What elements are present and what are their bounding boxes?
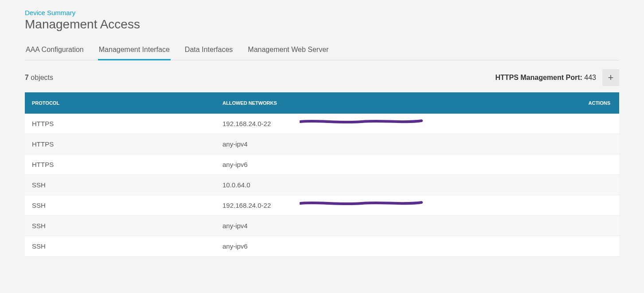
table-row[interactable]: HTTPS192.168.24.0-22 [25, 114, 619, 134]
object-count-suffix: objects [29, 74, 53, 81]
cell-protocol: SSH [25, 195, 215, 215]
cell-network: any-ipv4 [215, 216, 577, 236]
plus-icon: + [608, 72, 614, 83]
redaction-annotation [300, 117, 424, 126]
table-row[interactable]: HTTPSany-ipv4 [25, 134, 619, 154]
table-header: PROTOCOL ALLOWED NETWORKS ACTIONS [25, 92, 619, 114]
col-header-networks[interactable]: ALLOWED NETWORKS [215, 92, 577, 114]
cell-network: 10.0.64.0 [215, 175, 577, 195]
cell-actions [577, 195, 619, 215]
cell-protocol: HTTPS [25, 134, 215, 154]
tab-data-interfaces[interactable]: Data Interfaces [184, 41, 234, 60]
breadcrumb-device-summary[interactable]: Device Summary [25, 9, 619, 16]
cell-protocol: SSH [25, 216, 215, 236]
port-value: 443 [584, 74, 596, 81]
cell-network: any-ipv4 [215, 134, 577, 154]
table-row[interactable]: HTTPSany-ipv6 [25, 154, 619, 175]
page-title: Management Access [25, 17, 619, 32]
tab-aaa-configuration[interactable]: AAA Configuration [25, 41, 85, 60]
cell-network: 192.168.24.0-22 [215, 114, 577, 134]
https-port-label: HTTPS Management Port: 443 [495, 74, 596, 82]
cell-actions [577, 175, 619, 195]
tab-management-web-server[interactable]: Management Web Server [247, 41, 329, 60]
cell-actions [577, 114, 619, 134]
access-rules-table: PROTOCOL ALLOWED NETWORKS ACTIONS HTTPS1… [25, 92, 619, 257]
cell-actions [577, 216, 619, 236]
col-header-actions: ACTIONS [577, 92, 619, 114]
object-count: 7 objects [25, 74, 53, 82]
cell-actions [577, 236, 619, 256]
cell-protocol: SSH [25, 236, 215, 256]
cell-protocol: HTTPS [25, 114, 215, 134]
cell-network: 192.168.24.0-22 [215, 195, 577, 215]
add-button[interactable]: + [602, 69, 619, 86]
table-row[interactable]: SSH192.168.24.0-22 [25, 195, 619, 216]
cell-protocol: HTTPS [25, 154, 215, 174]
cell-network: any-ipv6 [215, 154, 577, 174]
cell-actions [577, 154, 619, 174]
cell-protocol: SSH [25, 175, 215, 195]
table-row[interactable]: SSH10.0.64.0 [25, 175, 619, 195]
table-body: HTTPS192.168.24.0-22HTTPSany-ipv4HTTPSan… [25, 114, 619, 257]
cell-actions [577, 134, 619, 154]
tab-management-interface[interactable]: Management Interface [98, 41, 171, 60]
table-row[interactable]: SSHany-ipv6 [25, 236, 619, 257]
col-header-protocol[interactable]: PROTOCOL [25, 92, 215, 114]
redaction-annotation [300, 199, 424, 208]
table-row[interactable]: SSHany-ipv4 [25, 216, 619, 236]
object-count-number: 7 [25, 74, 29, 81]
port-label-prefix: HTTPS Management Port: [495, 74, 584, 81]
tabs: AAA Configuration Management Interface D… [25, 41, 619, 60]
cell-network: any-ipv6 [215, 236, 577, 256]
